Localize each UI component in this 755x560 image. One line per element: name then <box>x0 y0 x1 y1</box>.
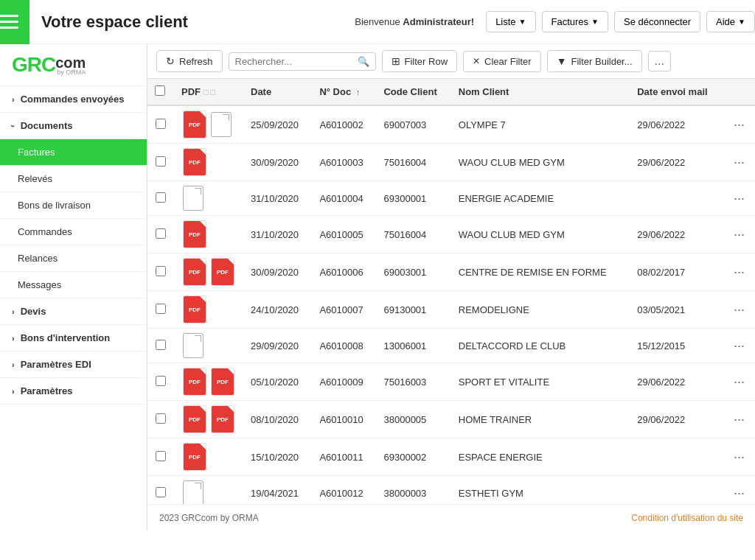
sidebar-item-parametres-edi[interactable]: Paramètres EDI <box>0 351 147 378</box>
filter-builder-button[interactable]: ▼ Filter Builder... <box>547 50 642 72</box>
row-date-envoi: 29/06/2022 <box>630 363 723 401</box>
more-options-button[interactable]: ... <box>648 51 671 71</box>
pdf-icon-gray[interactable] <box>183 480 203 504</box>
sidebar-item-relances[interactable]: Relances <box>0 245 147 272</box>
select-all-checkbox[interactable] <box>155 85 165 96</box>
row-pdf-cell: PDFPDF <box>174 253 243 290</box>
pdf-icon[interactable]: PDF <box>183 405 206 433</box>
row-pdf-cell <box>174 181 243 215</box>
row-checkbox[interactable] <box>156 304 166 314</box>
factures-btn[interactable]: Factures ▼ <box>542 11 608 32</box>
row-checkbox[interactable] <box>156 451 166 461</box>
table-row: PDF30/09/2020A601000375016004WAOU CLUB M… <box>147 144 755 181</box>
hamburger-menu[interactable] <box>0 0 29 44</box>
row-checkbox[interactable] <box>156 156 166 167</box>
row-more-button[interactable]: ··· <box>731 302 748 318</box>
row-more-cell: ··· <box>723 476 755 505</box>
row-checkbox-cell <box>147 105 174 144</box>
row-checkbox[interactable] <box>156 340 166 350</box>
row-more-button[interactable]: ··· <box>731 117 748 133</box>
col-ndoc[interactable]: N° Doc ↑ <box>312 79 376 105</box>
table-row: PDFPDF30/09/2020A601000669003001CENTRE D… <box>147 253 755 291</box>
row-more-button[interactable]: ··· <box>731 449 748 465</box>
sidebar-item-bons-livraison[interactable]: Bons de livraison <box>0 192 147 219</box>
pdf-icon[interactable]: PDF <box>183 368 206 396</box>
pdf-icon[interactable]: PDF <box>211 258 234 286</box>
sidebar-item-parametres[interactable]: Paramètres <box>0 378 147 405</box>
row-checkbox[interactable] <box>156 376 166 386</box>
pdf-icon-gray[interactable] <box>183 333 203 358</box>
pdf-icon[interactable]: PDF <box>211 405 234 433</box>
row-more-button[interactable]: ··· <box>731 155 748 170</box>
clear-filter-button[interactable]: ✕ Clear Filter <box>463 51 541 72</box>
row-checkbox-cell <box>147 401 174 438</box>
sidebar-item-releves[interactable]: Relevés <box>0 166 147 192</box>
pdf-icon-gray[interactable] <box>183 186 203 211</box>
row-checkbox[interactable] <box>156 192 166 203</box>
toolbar: ↻ Refresh 🔍 ⊞ Filter Row ✕ Clear Filter … <box>147 44 755 79</box>
row-checkbox[interactable] <box>156 228 166 239</box>
row-date-envoi: 08/02/2017 <box>630 253 723 291</box>
row-more-button[interactable]: ··· <box>731 374 748 390</box>
row-date: 19/04/2021 <box>243 476 312 505</box>
row-code-client: 75016004 <box>376 144 450 181</box>
sidebar: GRC com by ORMA Commandes envoyées Docum… <box>0 44 147 531</box>
aide-dropdown-icon: ▼ <box>738 18 745 26</box>
row-checkbox[interactable] <box>156 119 166 129</box>
sidebar-item-factures[interactable]: Factures <box>0 139 147 166</box>
sidebar-item-commandes[interactable]: Commandes <box>0 219 147 245</box>
content-area: ↻ Refresh 🔍 ⊞ Filter Row ✕ Clear Filter … <box>147 44 755 531</box>
sidebar-item-messages[interactable]: Messages <box>0 272 147 298</box>
pdf-icon[interactable]: PDF <box>183 295 206 323</box>
row-ndoc: A6010010 <box>312 401 376 438</box>
logo-grc: GRC <box>12 53 55 77</box>
row-more-button[interactable]: ··· <box>731 227 748 242</box>
row-checkbox[interactable] <box>156 266 166 276</box>
chevron-right-icon5 <box>12 387 15 396</box>
row-more-button[interactable]: ··· <box>731 191 748 206</box>
sidebar-item-bons-intervention[interactable]: Bons d'intervention <box>0 325 147 351</box>
table-row: 19/04/2021A601001238000003ESTHETI GYM··· <box>147 476 755 505</box>
row-more-button[interactable]: ··· <box>731 412 748 427</box>
col-date-envoi[interactable]: Date envoi mail <box>630 79 723 105</box>
pdf-icon[interactable]: PDF <box>211 368 234 396</box>
main-layout: GRC com by ORMA Commandes envoyées Docum… <box>0 44 755 531</box>
refresh-button[interactable]: ↻ Refresh <box>156 50 223 72</box>
row-code-client: 69007003 <box>376 105 450 144</box>
table-row: PDFPDF05/10/2020A601000975016003SPORT ET… <box>147 363 755 401</box>
col-code-client[interactable]: Code Client <box>376 79 450 105</box>
search-input[interactable] <box>235 56 355 67</box>
col-nom-client[interactable]: Nom Client <box>451 79 630 105</box>
row-more-button[interactable]: ··· <box>731 486 748 501</box>
chevron-down-icon <box>12 122 15 130</box>
col-checkbox <box>147 79 174 105</box>
sidebar-item-documents[interactable]: Documents <box>0 113 147 139</box>
row-pdf-cell: PDF <box>174 216 243 253</box>
pdf-icon-gray[interactable] <box>211 112 232 137</box>
search-box: 🔍 <box>229 52 376 71</box>
pdf-icon[interactable]: PDF <box>183 220 206 248</box>
terms-link[interactable]: Condition d'utilisation du site <box>631 513 743 523</box>
sidebar-item-commandes-envoyees[interactable]: Commandes envoyées <box>0 86 147 113</box>
row-more-button[interactable]: ··· <box>731 265 748 280</box>
pdf-icon[interactable]: PDF <box>183 443 206 471</box>
logo-area: GRC com by ORMA <box>0 44 147 86</box>
row-date-envoi <box>630 438 723 476</box>
row-date-envoi: 29/06/2022 <box>630 144 723 181</box>
row-checkbox[interactable] <box>156 487 166 497</box>
logout-btn[interactable]: Se déconnecter <box>614 11 700 32</box>
pdf-icon[interactable]: PDF <box>183 148 206 176</box>
search-icon: 🔍 <box>358 56 369 67</box>
liste-btn[interactable]: Liste ▼ <box>486 11 535 32</box>
row-date: 30/09/2020 <box>243 144 312 181</box>
row-checkbox[interactable] <box>156 413 166 424</box>
pdf-icon[interactable]: PDF <box>183 258 206 286</box>
col-pdf: PDF □ □ <box>174 79 243 105</box>
row-more-button[interactable]: ··· <box>731 338 748 354</box>
filter-row-button[interactable]: ⊞ Filter Row <box>382 50 458 72</box>
row-date: 31/10/2020 <box>243 181 312 216</box>
aide-btn[interactable]: Aide ▼ <box>706 11 755 32</box>
sidebar-item-devis[interactable]: Devis <box>0 298 147 325</box>
pdf-icon[interactable]: PDF <box>183 111 206 139</box>
col-date[interactable]: Date <box>243 79 312 105</box>
